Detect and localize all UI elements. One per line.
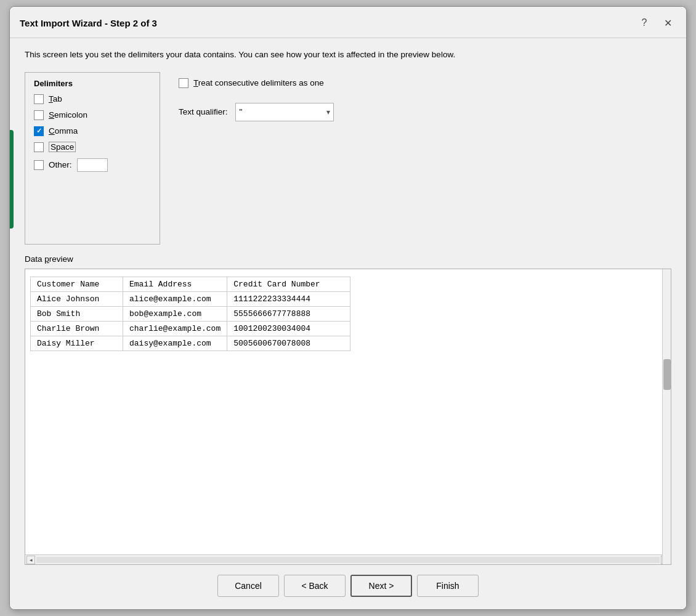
table-cell: 5555666677778888 (227, 306, 350, 321)
other-checkbox[interactable] (34, 160, 44, 170)
table-cell: alice@example.com (123, 291, 227, 306)
description-text: This screen lets you set the delimiters … (25, 49, 671, 61)
table-cell: Bob Smith (31, 306, 123, 321)
preview-header-cell: Email Address (123, 277, 227, 291)
scroll-left-arrow[interactable]: ◂ (26, 556, 35, 564)
scroll-track-h[interactable] (36, 557, 660, 563)
qualifier-row: Text qualifier: " ' {none} (179, 103, 671, 121)
dialog: Text Import Wizard - Step 2 of 3 ? ✕ Thi… (9, 6, 687, 610)
table-row: Daisy Millerdaisy@example.com50056006700… (31, 336, 350, 351)
table-row: Charlie Browncharlie@example.com10012002… (31, 321, 350, 336)
table-cell: charlie@example.com (123, 321, 227, 336)
next-button[interactable]: Next > (350, 575, 412, 597)
semicolon-checkbox[interactable] (34, 110, 44, 120)
comma-row: Comma (34, 126, 151, 136)
right-options: Treat consecutive delimiters as one Text… (160, 72, 671, 245)
table-cell: 5005600670078008 (227, 336, 350, 351)
horizontal-scrollbar[interactable]: ◂ ▸ (25, 554, 671, 564)
semicolon-label[interactable]: Semicolon (49, 110, 87, 120)
qualifier-select[interactable]: " ' {none} (235, 103, 334, 121)
table-cell: Alice Johnson (31, 291, 123, 306)
comma-checkbox[interactable] (34, 126, 44, 136)
cancel-button[interactable]: Cancel (217, 575, 279, 597)
delimiters-title: Delimiters (34, 79, 151, 88)
consecutive-label[interactable]: Treat consecutive delimiters as one (193, 78, 324, 87)
other-label[interactable]: Other: (49, 160, 72, 169)
space-row: Space (34, 142, 151, 152)
consecutive-checkbox[interactable] (179, 78, 188, 88)
title-bar: Text Import Wizard - Step 2 of 3 ? ✕ (10, 7, 686, 38)
footer: Cancel < Back Next > Finish (10, 565, 686, 609)
delimiters-box: Delimiters Tab Semicolon Com (25, 72, 160, 245)
close-button[interactable]: ✕ (659, 14, 676, 31)
preview-scroll-area[interactable]: Customer NameEmail AddressCredit Card Nu… (25, 269, 671, 554)
tab-row: Tab (34, 94, 151, 104)
scrollbar-thumb-v[interactable] (663, 359, 671, 390)
finish-button[interactable]: Finish (417, 575, 479, 597)
table-cell: Charlie Brown (31, 321, 123, 336)
preview-table: Customer NameEmail AddressCredit Card Nu… (30, 277, 350, 351)
tab-checkbox[interactable] (34, 94, 44, 104)
preview-header-cell: Customer Name (31, 277, 123, 291)
table-cell: 1111222233334444 (227, 291, 350, 306)
qualifier-select-wrapper: " ' {none} (235, 103, 334, 121)
table-cell: 1001200230034004 (227, 321, 350, 336)
semicolon-row: Semicolon (34, 110, 151, 120)
table-cell: bob@example.com (123, 306, 227, 321)
comma-label[interactable]: Comma (49, 126, 78, 136)
consecutive-row: Treat consecutive delimiters as one (179, 78, 671, 88)
preview-container[interactable]: Customer NameEmail AddressCredit Card Nu… (25, 269, 671, 565)
vertical-scrollbar[interactable] (662, 269, 671, 564)
content-area: Delimiters Tab Semicolon Com (25, 72, 671, 245)
qualifier-label: Text qualifier: (179, 107, 228, 116)
dialog-body: This screen lets you set the delimiters … (10, 38, 686, 565)
tab-label[interactable]: Tab (49, 94, 62, 103)
preview-header-cell: Credit Card Number (227, 277, 350, 291)
back-button[interactable]: < Back (284, 575, 346, 597)
space-checkbox[interactable] (34, 142, 44, 152)
table-cell: Daisy Miller (31, 336, 123, 351)
table-row: Alice Johnsonalice@example.com1111222233… (31, 291, 350, 306)
other-input[interactable] (77, 158, 108, 172)
space-label[interactable]: Space (49, 142, 76, 152)
left-accent (10, 130, 14, 229)
help-button[interactable]: ? (636, 14, 653, 31)
table-row: Bob Smithbob@example.com5555666677778888 (31, 306, 350, 321)
table-cell: daisy@example.com (123, 336, 227, 351)
dialog-title: Text Import Wizard - Step 2 of 3 (20, 18, 157, 28)
data-preview-section: Data preview Customer NameEmail AddressC… (25, 254, 671, 565)
other-row: Other: (34, 158, 151, 172)
data-preview-title: Data preview (25, 254, 671, 264)
